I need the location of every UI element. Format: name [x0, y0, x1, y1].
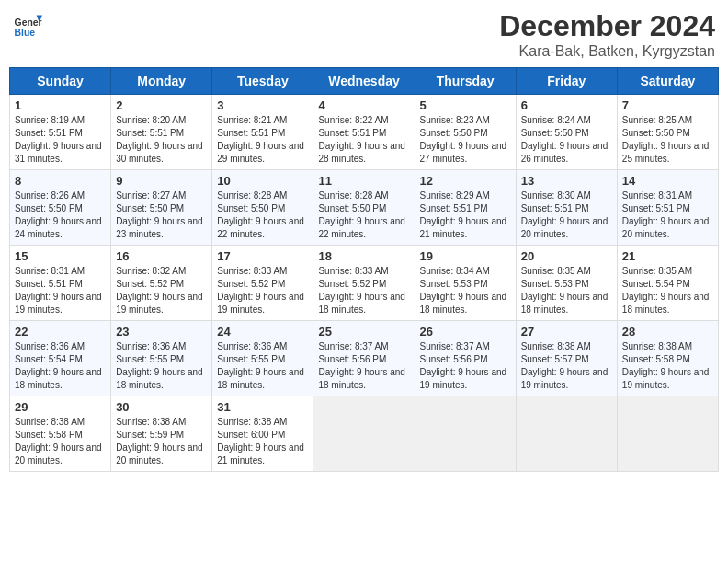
day-info: Sunrise: 8:21 AMSunset: 5:51 PMDaylight:… [217, 114, 308, 166]
empty-cell [617, 396, 718, 472]
day-cell-3: 3 Sunrise: 8:21 AMSunset: 5:51 PMDayligh… [212, 95, 313, 170]
day-info: Sunrise: 8:34 AMSunset: 5:53 PMDaylight:… [420, 265, 511, 316]
day-cell-28: 28 Sunrise: 8:38 AMSunset: 5:58 PMDaylig… [617, 321, 718, 396]
day-cell-24: 24 Sunrise: 8:36 AMSunset: 5:55 PMDaylig… [212, 321, 313, 396]
day-number: 6 [521, 98, 612, 112]
day-cell-13: 13 Sunrise: 8:30 AMSunset: 5:51 PMDaylig… [516, 170, 617, 246]
day-number: 17 [217, 249, 308, 263]
month-title: December 2024 [499, 9, 715, 43]
day-info: Sunrise: 8:19 AMSunset: 5:51 PMDaylight:… [15, 114, 106, 166]
day-cell-19: 19 Sunrise: 8:34 AMSunset: 5:53 PMDaylig… [415, 246, 516, 321]
day-number: 11 [318, 174, 409, 188]
empty-cell [516, 396, 617, 472]
svg-text:Blue: Blue [15, 28, 36, 38]
day-cell-8: 8 Sunrise: 8:26 AMSunset: 5:50 PMDayligh… [10, 170, 111, 246]
day-cell-21: 21 Sunrise: 8:35 AMSunset: 5:54 PMDaylig… [617, 246, 718, 321]
day-number: 29 [15, 400, 106, 414]
logo-icon: General Blue [13, 9, 42, 39]
day-number: 4 [318, 98, 409, 112]
weekday-header-saturday: Saturday [617, 68, 718, 95]
day-info: Sunrise: 8:38 AMSunset: 5:59 PMDaylight:… [116, 416, 207, 467]
day-info: Sunrise: 8:38 AMSunset: 6:00 PMDaylight:… [217, 416, 308, 467]
day-info: Sunrise: 8:26 AMSunset: 5:50 PMDaylight:… [15, 190, 106, 241]
day-cell-17: 17 Sunrise: 8:33 AMSunset: 5:52 PMDaylig… [212, 246, 313, 321]
weekday-header-sunday: Sunday [10, 68, 111, 95]
calendar-table: SundayMondayTuesdayWednesdayThursdayFrid… [9, 67, 719, 472]
title-area: December 2024 Kara-Bak, Batken, Kyrgyzst… [499, 9, 715, 60]
day-number: 12 [420, 174, 511, 188]
calendar-week-4: 22 Sunrise: 8:36 AMSunset: 5:54 PMDaylig… [10, 321, 719, 396]
day-number: 25 [318, 325, 409, 339]
day-number: 15 [15, 249, 106, 263]
day-number: 31 [217, 400, 308, 414]
day-info: Sunrise: 8:38 AMSunset: 5:58 PMDaylight:… [622, 340, 713, 392]
day-info: Sunrise: 8:33 AMSunset: 5:52 PMDaylight:… [217, 265, 308, 316]
weekday-header-wednesday: Wednesday [313, 68, 415, 95]
day-number: 20 [521, 249, 612, 263]
day-number: 13 [521, 174, 612, 188]
day-cell-22: 22 Sunrise: 8:36 AMSunset: 5:54 PMDaylig… [10, 321, 111, 396]
empty-cell [415, 396, 516, 472]
day-number: 30 [116, 400, 207, 414]
day-cell-14: 14 Sunrise: 8:31 AMSunset: 5:51 PMDaylig… [617, 170, 718, 246]
empty-cell [313, 396, 415, 472]
day-number: 14 [622, 174, 713, 188]
day-cell-30: 30 Sunrise: 8:38 AMSunset: 5:59 PMDaylig… [111, 396, 212, 472]
location-title: Kara-Bak, Batken, Kyrgyzstan [499, 43, 715, 60]
page-header: General Blue December 2024 Kara-Bak, Bat… [9, 9, 719, 60]
day-info: Sunrise: 8:20 AMSunset: 5:51 PMDaylight:… [116, 114, 207, 166]
day-info: Sunrise: 8:37 AMSunset: 5:56 PMDaylight:… [420, 340, 511, 392]
day-cell-4: 4 Sunrise: 8:22 AMSunset: 5:51 PMDayligh… [313, 95, 415, 170]
day-number: 19 [420, 249, 511, 263]
day-number: 5 [420, 98, 511, 112]
day-number: 16 [116, 249, 207, 263]
calendar-week-2: 8 Sunrise: 8:26 AMSunset: 5:50 PMDayligh… [10, 170, 719, 246]
day-cell-1: 1 Sunrise: 8:19 AMSunset: 5:51 PMDayligh… [10, 95, 111, 170]
day-info: Sunrise: 8:38 AMSunset: 5:58 PMDaylight:… [15, 416, 106, 467]
weekday-header-monday: Monday [111, 68, 212, 95]
day-info: Sunrise: 8:36 AMSunset: 5:54 PMDaylight:… [15, 340, 106, 392]
day-number: 24 [217, 325, 308, 339]
day-number: 27 [521, 325, 612, 339]
weekday-header-row: SundayMondayTuesdayWednesdayThursdayFrid… [10, 68, 719, 95]
logo: General Blue [13, 9, 42, 39]
day-number: 1 [15, 98, 106, 112]
day-cell-6: 6 Sunrise: 8:24 AMSunset: 5:50 PMDayligh… [516, 95, 617, 170]
day-number: 28 [622, 325, 713, 339]
day-info: Sunrise: 8:37 AMSunset: 5:56 PMDaylight:… [318, 340, 409, 392]
day-number: 23 [116, 325, 207, 339]
day-info: Sunrise: 8:31 AMSunset: 5:51 PMDaylight:… [622, 190, 713, 241]
day-number: 22 [15, 325, 106, 339]
day-number: 7 [622, 98, 713, 112]
day-cell-5: 5 Sunrise: 8:23 AMSunset: 5:50 PMDayligh… [415, 95, 516, 170]
day-info: Sunrise: 8:30 AMSunset: 5:51 PMDaylight:… [521, 190, 612, 241]
day-info: Sunrise: 8:27 AMSunset: 5:50 PMDaylight:… [116, 190, 207, 241]
day-cell-7: 7 Sunrise: 8:25 AMSunset: 5:50 PMDayligh… [617, 95, 718, 170]
day-cell-10: 10 Sunrise: 8:28 AMSunset: 5:50 PMDaylig… [212, 170, 313, 246]
day-number: 26 [420, 325, 511, 339]
day-info: Sunrise: 8:24 AMSunset: 5:50 PMDaylight:… [521, 114, 612, 166]
day-info: Sunrise: 8:36 AMSunset: 5:55 PMDaylight:… [116, 340, 207, 392]
day-cell-25: 25 Sunrise: 8:37 AMSunset: 5:56 PMDaylig… [313, 321, 415, 396]
weekday-header-friday: Friday [516, 68, 617, 95]
day-number: 18 [318, 249, 409, 263]
calendar-week-5: 29 Sunrise: 8:38 AMSunset: 5:58 PMDaylig… [10, 396, 719, 472]
day-cell-26: 26 Sunrise: 8:37 AMSunset: 5:56 PMDaylig… [415, 321, 516, 396]
day-cell-9: 9 Sunrise: 8:27 AMSunset: 5:50 PMDayligh… [111, 170, 212, 246]
day-cell-18: 18 Sunrise: 8:33 AMSunset: 5:52 PMDaylig… [313, 246, 415, 321]
day-number: 21 [622, 249, 713, 263]
day-info: Sunrise: 8:32 AMSunset: 5:52 PMDaylight:… [116, 265, 207, 316]
day-cell-27: 27 Sunrise: 8:38 AMSunset: 5:57 PMDaylig… [516, 321, 617, 396]
weekday-header-thursday: Thursday [415, 68, 516, 95]
day-info: Sunrise: 8:38 AMSunset: 5:57 PMDaylight:… [521, 340, 612, 392]
day-cell-11: 11 Sunrise: 8:28 AMSunset: 5:50 PMDaylig… [313, 170, 415, 246]
day-number: 9 [116, 174, 207, 188]
day-info: Sunrise: 8:29 AMSunset: 5:51 PMDaylight:… [420, 190, 511, 241]
day-cell-15: 15 Sunrise: 8:31 AMSunset: 5:51 PMDaylig… [10, 246, 111, 321]
day-info: Sunrise: 8:23 AMSunset: 5:50 PMDaylight:… [420, 114, 511, 166]
day-info: Sunrise: 8:25 AMSunset: 5:50 PMDaylight:… [622, 114, 713, 166]
day-cell-20: 20 Sunrise: 8:35 AMSunset: 5:53 PMDaylig… [516, 246, 617, 321]
day-info: Sunrise: 8:28 AMSunset: 5:50 PMDaylight:… [318, 190, 409, 241]
day-number: 3 [217, 98, 308, 112]
day-cell-23: 23 Sunrise: 8:36 AMSunset: 5:55 PMDaylig… [111, 321, 212, 396]
